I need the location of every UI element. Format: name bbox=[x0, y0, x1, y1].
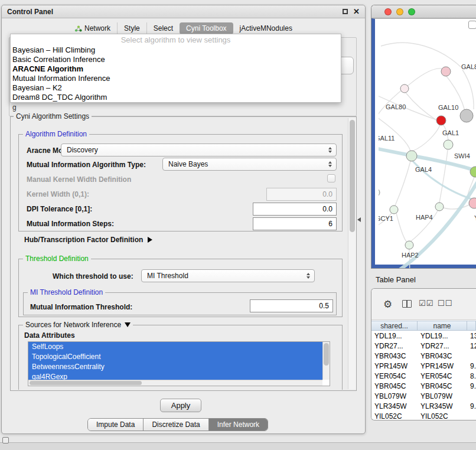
close-icon[interactable]: ✕ bbox=[353, 8, 360, 15]
close-traffic-icon[interactable] bbox=[384, 8, 392, 15]
mi-type-select[interactable]: Naive Bayes bbox=[162, 158, 337, 171]
algorithm-option-mutual-information-inference[interactable]: Mutual Information Inference bbox=[11, 74, 341, 83]
table-row[interactable]: YBR043CYBR043C bbox=[371, 351, 476, 361]
which-threshold-select[interactable]: MI Threshold bbox=[141, 269, 315, 282]
scrollbar-thumb[interactable] bbox=[324, 343, 329, 366]
list-item-betweennesscentrality[interactable]: BetweennessCentrality bbox=[28, 362, 322, 372]
network-edge bbox=[444, 205, 469, 209]
network-node[interactable] bbox=[460, 109, 473, 122]
algorithm-option-basic-correlation-inference[interactable]: Basic Correlation Inference bbox=[11, 55, 341, 64]
bottom-tabs: Impute DataDiscretize DataInfer Network bbox=[87, 418, 268, 431]
scrollbar-thumb[interactable] bbox=[350, 120, 355, 232]
network-node[interactable] bbox=[444, 140, 453, 149]
tab-jactivemnodules[interactable]: jActiveMNodules bbox=[233, 22, 299, 34]
network-node[interactable] bbox=[400, 84, 409, 93]
scrollbar-thumb[interactable] bbox=[30, 381, 142, 385]
dpi-tolerance-field[interactable]: 0.0 bbox=[253, 203, 337, 216]
network-node[interactable] bbox=[441, 67, 451, 76]
tab-style[interactable]: Style bbox=[117, 22, 146, 34]
list-horizontal-scrollbar[interactable] bbox=[28, 380, 322, 386]
settings-vertical-scrollbar[interactable] bbox=[348, 118, 356, 389]
network-edge-thick bbox=[384, 180, 476, 269]
minimized-panel-icon[interactable] bbox=[2, 437, 9, 444]
table-cell: YBR043C bbox=[418, 351, 467, 361]
panel-splitter-arrow-icon[interactable] bbox=[357, 217, 361, 222]
network-edge bbox=[406, 93, 437, 120]
select-all-icon[interactable]: ☑☑ bbox=[419, 299, 433, 308]
list-vertical-scrollbar[interactable] bbox=[322, 342, 330, 380]
network-node[interactable] bbox=[436, 116, 446, 125]
node-label-gcy1: GCY1 bbox=[379, 215, 393, 222]
hub-factor-section-toggle[interactable]: Hub/Transcription Factor Definition bbox=[24, 236, 152, 244]
deselect-all-icon[interactable]: ☐☐ bbox=[438, 299, 452, 308]
table-toolbar: ⚙ ☑☑ ☐☐ bbox=[371, 289, 476, 320]
network-edge bbox=[439, 150, 448, 203]
tab-label: Select bbox=[154, 24, 173, 32]
table-row[interactable]: YIL052CYIL052C bbox=[371, 411, 476, 420]
mi-type-label: Mutual Information Algorithm Type: bbox=[27, 161, 146, 169]
network-view-frame: GAL8GAL80GAL10GAL11GAL1SWI4GAL4GCY1HAP4H… bbox=[371, 18, 476, 268]
sources-title-label: Sources for Network Inference bbox=[25, 321, 121, 329]
table-cell bbox=[467, 391, 476, 401]
network-canvas[interactable]: GAL8GAL80GAL10GAL11GAL1SWI4GAL4GCY1HAP4H… bbox=[379, 32, 476, 269]
table-cell: 9. bbox=[467, 361, 476, 371]
collapsed-arrow-icon bbox=[148, 237, 152, 243]
table-row[interactable]: YDL19...YDL19...13 bbox=[371, 331, 476, 341]
network-overview-box[interactable] bbox=[468, 21, 476, 29]
sources-section-toggle[interactable]: Sources for Network Inference bbox=[23, 321, 133, 329]
mi-steps-field[interactable]: 6 bbox=[253, 217, 337, 230]
table-row[interactable]: YPR145WYPR145W9. bbox=[371, 361, 476, 371]
data-attributes-list[interactable]: SelfLoopsTopologicalCoefficientBetweenne… bbox=[28, 341, 330, 386]
network-view-window: GAL8GAL80GAL10GAL11GAL1SWI4GAL4GCY1HAP4H… bbox=[371, 5, 476, 269]
tab-select[interactable]: Select bbox=[146, 22, 180, 34]
aracne-mode-select[interactable]: Discovery bbox=[61, 144, 337, 156]
hub-factor-label: Hub/Transcription Factor Definition bbox=[24, 236, 143, 244]
node-label-gal11: GAL11 bbox=[379, 135, 395, 142]
table-row[interactable]: YBR045CYBR045C9. bbox=[371, 381, 476, 391]
algorithm-option-bayesian-hill-climbing[interactable]: Bayesian – Hill Climbing bbox=[11, 45, 341, 55]
list-item-topologicalcoefficient[interactable]: TopologicalCoefficient bbox=[28, 352, 322, 362]
network-node[interactable] bbox=[405, 241, 413, 249]
algorithm-option-bayesian-k2[interactable]: Bayesian – K2 bbox=[11, 83, 341, 93]
network-node[interactable] bbox=[406, 151, 417, 161]
data-attributes-label: Data Attributes bbox=[24, 331, 75, 340]
table-row[interactable]: YLR345WYLR345W9. bbox=[371, 401, 476, 411]
tab-discretize-data[interactable]: Discretize Data bbox=[143, 419, 208, 431]
table-row[interactable]: YER054CYER054C8. bbox=[371, 371, 476, 381]
table-row[interactable]: YDR27...YDR27...12 bbox=[371, 341, 476, 351]
algorithm-placeholder: Select algorithm to view settings bbox=[11, 34, 341, 45]
table-cell: YDL19... bbox=[418, 331, 467, 341]
node-label-gal80: GAL80 bbox=[386, 103, 406, 110]
network-node[interactable] bbox=[390, 206, 398, 214]
minimize-traffic-icon[interactable] bbox=[396, 8, 403, 15]
manual-kernel-checkbox[interactable] bbox=[327, 174, 335, 182]
tab-impute-data[interactable]: Impute Data bbox=[88, 419, 143, 431]
kernel-width-field[interactable]: 0.0 bbox=[266, 188, 337, 201]
mi-steps-label: Mutual Information Steps: bbox=[27, 220, 114, 228]
column-header-cut[interactable] bbox=[467, 321, 476, 331]
table-row[interactable]: YBL079WYBL079W bbox=[371, 391, 476, 401]
mi-threshold-field[interactable]: 0.5 bbox=[250, 299, 333, 312]
table-panel-window: ⚙ ☑☑ ☐☐ shared...name YDL19...YDL19...13… bbox=[371, 288, 476, 420]
table-cell: YPR145W bbox=[418, 361, 467, 371]
tab-cyni-toolbox[interactable]: Cyni Toolbox bbox=[180, 22, 233, 34]
columns-icon[interactable] bbox=[402, 300, 412, 308]
algorithm-option-dream8-dc-tdc-algorithm[interactable]: Dream8 DC_TDC Algorithm bbox=[11, 93, 341, 102]
list-item-gal4rgexp[interactable]: gal4RGexp bbox=[28, 372, 322, 380]
table-cell: 12 bbox=[467, 341, 476, 351]
algorithm-option-aracne-algorithm[interactable]: ARACNE Algorithm bbox=[11, 64, 341, 74]
column-header-shared[interactable]: shared... bbox=[371, 321, 418, 331]
table-body: YDL19...YDL19...13YDR27...YDR27...12YBR0… bbox=[371, 331, 476, 420]
list-item-selfloops[interactable]: SelfLoops bbox=[28, 342, 322, 352]
network-titlebar[interactable] bbox=[371, 5, 476, 18]
zoom-traffic-icon[interactable] bbox=[408, 8, 415, 15]
node-label-hap4: HAP4 bbox=[416, 214, 433, 221]
float-window-icon[interactable] bbox=[343, 9, 348, 14]
gear-icon[interactable]: ⚙ bbox=[383, 298, 392, 311]
network-node[interactable] bbox=[379, 188, 380, 197]
apply-button[interactable]: Apply bbox=[160, 399, 201, 412]
tab-network[interactable]: Network bbox=[68, 22, 117, 34]
tab-infer-network[interactable]: Infer Network bbox=[208, 419, 268, 431]
network-node[interactable] bbox=[435, 203, 444, 211]
column-header-name[interactable]: name bbox=[418, 321, 467, 331]
